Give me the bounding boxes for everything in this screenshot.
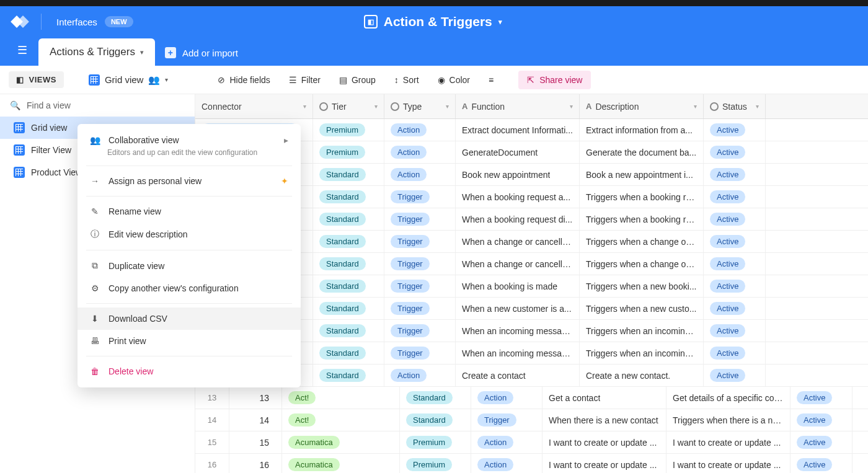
menu-item-edit-description[interactable]: ⓘ Edit view description [78, 223, 301, 246]
cell-description[interactable]: Create a new contact. [580, 365, 704, 386]
group-button[interactable]: ▤ Group [333, 71, 382, 89]
cell-function[interactable]: GenerateDocument [456, 141, 580, 163]
cell-type[interactable]: Trigger [384, 320, 456, 342]
menu-item-assign-personal[interactable]: → Assign as personal view ✦ [78, 170, 301, 192]
cell-function[interactable]: When an incoming messag... [456, 320, 580, 342]
cell-tier[interactable]: Standard [400, 387, 471, 409]
cell-description[interactable]: Get details of a specific con... [666, 387, 790, 409]
cell-status[interactable]: Active [790, 431, 852, 453]
cell-tier[interactable]: Premium [313, 119, 384, 141]
cell-description[interactable]: Triggers when a change or ... [580, 253, 704, 275]
cell-type[interactable]: Action [384, 164, 456, 185]
column-header-status[interactable]: Status▾ [704, 94, 766, 118]
cell-type[interactable]: Trigger [384, 231, 456, 252]
cell-id[interactable]: 16 [229, 454, 282, 473]
cell-function[interactable]: I want to create or update ... [542, 431, 666, 453]
menu-item-duplicate[interactable]: ⧉ Duplicate view [78, 254, 301, 277]
cell-type[interactable]: Action [384, 365, 456, 386]
cell-type[interactable]: Action [471, 454, 542, 473]
table-row[interactable]: 1515AcumaticaPremiumActionI want to crea… [195, 431, 868, 454]
cell-type[interactable]: Action [384, 119, 456, 141]
cell-description[interactable]: I want to create or update ... [666, 454, 790, 473]
cell-type[interactable]: Trigger [384, 275, 456, 297]
cell-tier[interactable]: Standard [313, 164, 384, 185]
table-row[interactable]: 1313Act!StandardActionGet a contactGet d… [195, 387, 868, 409]
base-title[interactable]: ◧ Action & Triggers ▾ [364, 14, 502, 29]
cell-description[interactable]: Extract information from a... [580, 119, 704, 141]
cell-connector[interactable]: Acumatica [282, 454, 400, 473]
cell-tier[interactable]: Standard [313, 231, 384, 252]
table-row[interactable]: 1414Act!StandardTriggerWhen there is a n… [195, 409, 868, 431]
cell-connector[interactable]: Act! [282, 409, 400, 431]
cell-status[interactable]: Active [704, 141, 766, 163]
cell-tier[interactable]: Premium [400, 431, 471, 453]
cell-type[interactable]: Trigger [384, 253, 456, 275]
cell-status[interactable]: Active [704, 342, 766, 364]
cell-status[interactable]: Active [790, 387, 852, 409]
cell-function[interactable]: When a booking request di... [456, 208, 580, 230]
cell-type[interactable]: Action [471, 387, 542, 409]
cell-status[interactable]: Active [704, 231, 766, 252]
cell-description[interactable]: Triggers when an incoming... [580, 320, 704, 342]
column-header-description[interactable]: ADescription▾ [580, 94, 704, 118]
cell-type[interactable]: Trigger [384, 186, 456, 208]
cell-description[interactable]: I want to create or update ... [666, 431, 790, 453]
cell-status[interactable]: Active [790, 454, 852, 473]
cell-description[interactable]: Generate the document ba... [580, 141, 704, 163]
cell-tier[interactable]: Standard [313, 275, 384, 297]
chevron-down-icon[interactable]: ▾ [140, 48, 144, 56]
cell-function[interactable]: When a change or cancella... [456, 231, 580, 252]
menu-item-download-csv[interactable]: ⬇ Download CSV ☟ [78, 307, 301, 330]
cell-tier[interactable]: Standard [400, 409, 471, 431]
cell-description[interactable]: Triggers when there is a ne... [666, 409, 790, 431]
share-view-button[interactable]: ⇱ Share view [518, 71, 591, 89]
cell-status[interactable]: Active [704, 208, 766, 230]
cell-type[interactable]: Trigger [471, 409, 542, 431]
row-height-button[interactable]: ≡ [482, 71, 500, 89]
cell-status[interactable]: Active [704, 253, 766, 275]
interfaces-link[interactable]: Interfaces [56, 17, 97, 27]
cell-description[interactable]: Triggers when a booking re... [580, 208, 704, 230]
column-header-connector[interactable]: Connector▾ [195, 94, 313, 118]
menu-item-rename[interactable]: ✎ Rename view [78, 200, 301, 223]
color-button[interactable]: ◉ Color [432, 71, 476, 89]
filter-button[interactable]: ☰ Filter [283, 71, 327, 89]
cell-description[interactable]: Book a new appointment i... [580, 164, 704, 185]
cell-type[interactable]: Trigger [384, 342, 456, 364]
cell-tier[interactable]: Standard [313, 320, 384, 342]
cell-function[interactable]: When a new customer is a... [456, 298, 580, 319]
column-header-function[interactable]: AFunction▾ [456, 94, 580, 118]
cell-function[interactable]: When a booking is made [456, 275, 580, 297]
cell-status[interactable]: Active [704, 275, 766, 297]
cell-connector[interactable]: Act! [282, 387, 400, 409]
hamburger-icon[interactable]: ☰ [17, 43, 27, 57]
cell-tier[interactable]: Premium [400, 454, 471, 473]
cell-tier[interactable]: Standard [313, 186, 384, 208]
cell-status[interactable]: Active [704, 119, 766, 141]
cell-tier[interactable]: Standard [313, 298, 384, 319]
table-row[interactable]: 1616AcumaticaPremiumActionI want to crea… [195, 454, 868, 473]
tab-actions-triggers[interactable]: Actions & Triggers ▾ [38, 38, 155, 66]
add-or-import-button[interactable]: + Add or import [165, 47, 238, 58]
find-view-input[interactable]: 🔍 Find a view [0, 94, 195, 117]
cell-function[interactable]: Extract document Informati... [456, 119, 580, 141]
cell-status[interactable]: Active [704, 298, 766, 319]
column-header-type[interactable]: Type▾ [384, 94, 456, 118]
menu-item-print[interactable]: 🖶 Print view [78, 330, 301, 352]
menu-item-collaborative-view[interactable]: 👥 Collaborative view ▸ [78, 129, 301, 151]
current-view-button[interactable]: Grid view 👥 ▾ [82, 71, 175, 89]
cell-function[interactable]: Create a contact [456, 365, 580, 386]
cell-tier[interactable]: Standard [313, 208, 384, 230]
cell-description[interactable]: Triggers when a new custo... [580, 298, 704, 319]
column-header-tier[interactable]: Tier▾ [313, 94, 384, 118]
cell-description[interactable]: Triggers when a change or ... [580, 231, 704, 252]
cell-description[interactable]: Triggers when a new booki... [580, 275, 704, 297]
hide-fields-button[interactable]: ⊘ Hide fields [211, 71, 276, 89]
cell-tier[interactable]: Premium [313, 141, 384, 163]
cell-type[interactable]: Trigger [384, 208, 456, 230]
cell-tier[interactable]: Standard [313, 253, 384, 275]
cell-type[interactable]: Trigger [384, 298, 456, 319]
cell-status[interactable]: Active [704, 320, 766, 342]
cell-function[interactable]: When a booking request a... [456, 186, 580, 208]
menu-item-delete[interactable]: 🗑 Delete view [78, 360, 301, 382]
